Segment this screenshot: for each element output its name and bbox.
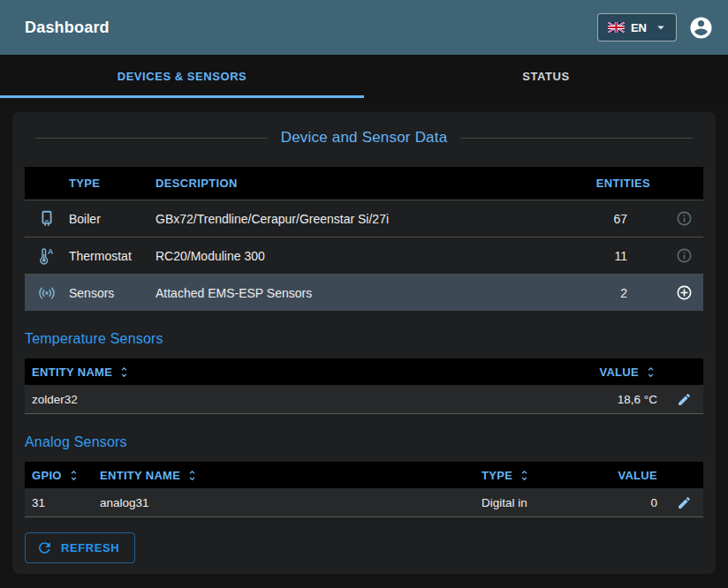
page-title: Dashboard xyxy=(25,19,110,37)
sensor-entity-name: zolder32 xyxy=(25,393,558,406)
sort-type[interactable]: TYPE xyxy=(474,469,589,482)
header-type: TYPE xyxy=(482,469,512,482)
device-description: Attached EMS-ESP Sensors xyxy=(155,286,544,300)
temperature-table-header: ENTITY NAME VALUE xyxy=(25,358,703,385)
edit-sensor-button[interactable] xyxy=(677,392,692,407)
info-icon[interactable] xyxy=(676,210,703,227)
table-row-sensors[interactable]: Sensors Attached EMS-ESP Sensors 2 xyxy=(25,274,703,311)
header-value: VALUE xyxy=(599,366,639,379)
edit-icon xyxy=(677,495,692,510)
header-entity-name: ENTITY NAME xyxy=(100,469,180,482)
sort-entity-name[interactable]: ENTITY NAME xyxy=(100,469,474,482)
chevron-down-icon xyxy=(653,19,669,35)
refresh-icon xyxy=(36,539,53,556)
device-type: Thermostat xyxy=(69,249,155,263)
header-type: TYPE xyxy=(69,177,155,190)
sensor-value: 18,6 °C xyxy=(618,393,664,406)
edit-icon xyxy=(677,392,692,407)
temperature-sensors-title: Temperature Sensors xyxy=(25,331,703,347)
device-description: RC20/Moduline 300 xyxy=(155,249,544,263)
device-type: Sensors xyxy=(69,286,155,300)
sensor-value: 0 xyxy=(650,496,664,509)
language-selector[interactable]: EN xyxy=(597,13,677,41)
language-code: EN xyxy=(631,21,647,34)
sort-icon xyxy=(186,469,199,482)
analog-table-header: GPIO ENTITY NAME TYPE VALUE xyxy=(25,462,703,488)
header-description: DESCRIPTION xyxy=(155,177,544,190)
table-row-analog-sensor[interactable]: 31 analog31 Digital in 0 xyxy=(25,488,703,517)
thermostat-icon xyxy=(37,246,57,266)
info-icon[interactable] xyxy=(676,247,703,264)
sort-value[interactable]: VALUE xyxy=(599,366,664,379)
header-value: VALUE xyxy=(618,469,664,482)
analog-sensors-title: Analog Sensors xyxy=(25,434,703,450)
refresh-button[interactable]: REFRESH xyxy=(25,532,135,563)
header-gpio: GPIO xyxy=(32,469,62,482)
sort-icon xyxy=(67,469,80,482)
tab-status[interactable]: STATUS xyxy=(364,55,728,98)
divider-line xyxy=(35,138,268,139)
header-entities: ENTITIES xyxy=(596,177,650,190)
refresh-label: REFRESH xyxy=(61,541,119,554)
device-table-header: TYPE DESCRIPTION ENTITIES xyxy=(25,167,703,200)
device-entities-count: 2 xyxy=(620,286,650,300)
table-row-temperature-sensor[interactable]: zolder32 18,6 °C xyxy=(25,385,703,414)
active-tab-indicator xyxy=(0,95,364,98)
boiler-icon xyxy=(37,209,57,229)
table-row-boiler[interactable]: Boiler GBx72/Trendline/Cerapur/Greenstar… xyxy=(25,200,703,237)
sort-entity-name[interactable]: ENTITY NAME xyxy=(25,366,558,379)
analog-sensors-table: GPIO ENTITY NAME TYPE VALUE 31 analog31 … xyxy=(25,462,703,517)
sort-icon xyxy=(518,469,531,482)
device-entities-count: 11 xyxy=(614,249,650,263)
sort-icon xyxy=(118,366,131,379)
temperature-sensors-table: ENTITY NAME VALUE zolder32 18,6 °C xyxy=(25,358,703,414)
app-header: Dashboard EN xyxy=(0,0,728,55)
divider-line xyxy=(460,138,693,139)
sensor-gpio: 31 xyxy=(25,496,100,509)
sort-icon xyxy=(644,366,657,379)
sensors-icon xyxy=(37,283,57,303)
device-sensor-panel: Device and Sensor Data TYPE DESCRIPTION … xyxy=(12,112,716,574)
tab-devices-sensors[interactable]: DEVICES & SENSORS xyxy=(0,55,364,98)
user-account-button[interactable] xyxy=(688,15,714,41)
device-type: Boiler xyxy=(69,212,155,226)
edit-sensor-button[interactable] xyxy=(677,495,692,510)
table-row-thermostat[interactable]: Thermostat RC20/Moduline 300 11 xyxy=(25,237,703,274)
device-entities-count: 67 xyxy=(613,212,650,226)
panel-title: Device and Sensor Data xyxy=(268,129,461,147)
panel-title-divider: Device and Sensor Data xyxy=(35,129,693,147)
add-circle-icon[interactable] xyxy=(676,284,703,301)
device-table: TYPE DESCRIPTION ENTITIES Boiler GBx72/T… xyxy=(25,167,703,311)
sensor-entity-name: analog31 xyxy=(100,496,474,509)
device-description: GBx72/Trendline/Cerapur/Greenstar Si/27i xyxy=(155,212,544,226)
tab-bar: DEVICES & SENSORS STATUS xyxy=(0,55,728,98)
account-circle-icon xyxy=(688,15,714,41)
sort-gpio[interactable]: GPIO xyxy=(25,469,100,482)
sensor-type: Digital in xyxy=(474,496,589,509)
header-entity-name: ENTITY NAME xyxy=(32,366,112,379)
uk-flag-icon xyxy=(608,22,625,33)
